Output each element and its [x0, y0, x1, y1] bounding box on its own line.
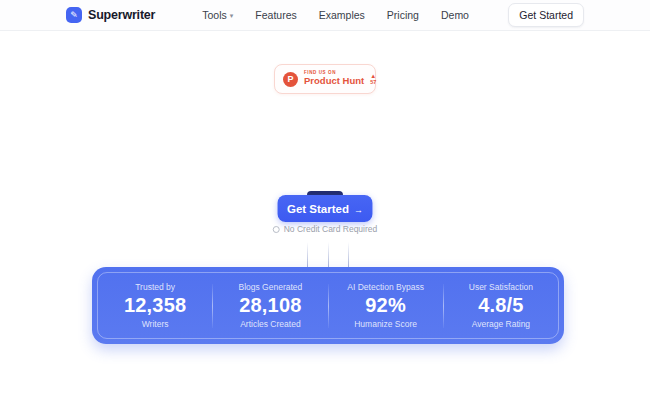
nav-item-tools[interactable]: Tools ▾	[202, 9, 233, 21]
upvote-count: 57	[370, 80, 376, 86]
stats-bar: Trusted by 12,358 Writers Blogs Generate…	[92, 267, 564, 344]
no-credit-card-text: No Credit Card Required	[284, 224, 378, 234]
nav-item-examples[interactable]: Examples	[319, 9, 365, 21]
nav-item-label: Tools	[202, 9, 227, 21]
stat-value: 12,358	[124, 294, 186, 317]
nav-item-pricing[interactable]: Pricing	[387, 9, 419, 21]
stat-label-top: User Satisfaction	[469, 282, 533, 292]
main-nav: Tools ▾ Features Examples Pricing Demo	[202, 9, 469, 21]
nav-item-features[interactable]: Features	[255, 9, 296, 21]
upvote-icon: ▲	[370, 73, 376, 79]
arrow-right-icon: →	[354, 204, 363, 214]
check-circle-icon	[273, 226, 280, 233]
stat-user-satisfaction: User Satisfaction 4.8/5 Average Rating	[444, 273, 558, 338]
upvote-block: ▲ 57	[370, 73, 376, 86]
stat-value: 92%	[365, 294, 406, 317]
stats-inner: Trusted by 12,358 Writers Blogs Generate…	[97, 272, 559, 339]
connector-line	[307, 242, 308, 267]
stat-blogs-generated: Blogs Generated 28,108 Articles Created	[213, 273, 327, 338]
stat-value: 28,108	[239, 294, 301, 317]
product-hunt-logo-icon: P	[283, 72, 298, 87]
stat-label-top: AI Detection Bypass	[347, 282, 424, 292]
get-started-label: Get Started	[287, 203, 349, 215]
nav-item-demo[interactable]: Demo	[441, 9, 469, 21]
brand-logo[interactable]: ✎ Superwriter	[66, 7, 155, 23]
brand-name: Superwriter	[88, 8, 155, 22]
connector-line	[348, 242, 349, 267]
product-hunt-badge[interactable]: P FIND US ON Product Hunt ▲ 57	[274, 64, 376, 94]
stat-value: 4.8/5	[478, 294, 523, 317]
product-hunt-text: FIND US ON Product Hunt	[304, 71, 364, 86]
chevron-down-icon: ▾	[230, 12, 234, 20]
stat-ai-detection: AI Detection Bypass 92% Humanize Score	[329, 273, 443, 338]
landing-page: ✎ Superwriter Tools ▾ Features Examples …	[0, 0, 650, 414]
header: ✎ Superwriter Tools ▾ Features Examples …	[0, 0, 650, 31]
stat-label-bottom: Articles Created	[240, 319, 300, 329]
stat-label-bottom: Humanize Score	[354, 319, 417, 329]
connector-line	[328, 242, 329, 267]
stat-label-top: Trusted by	[135, 282, 175, 292]
get-started-button-hero[interactable]: Get Started →	[278, 195, 373, 222]
pencil-icon: ✎	[66, 7, 82, 23]
stat-label-bottom: Average Rating	[472, 319, 530, 329]
stat-trusted-by: Trusted by 12,358 Writers	[98, 273, 212, 338]
get-started-button-header[interactable]: Get Started	[508, 3, 584, 27]
stat-label-bottom: Writers	[142, 319, 169, 329]
product-hunt-name: Product Hunt	[304, 76, 364, 86]
stat-label-top: Blogs Generated	[238, 282, 302, 292]
no-credit-card-note: No Credit Card Required	[273, 224, 378, 234]
